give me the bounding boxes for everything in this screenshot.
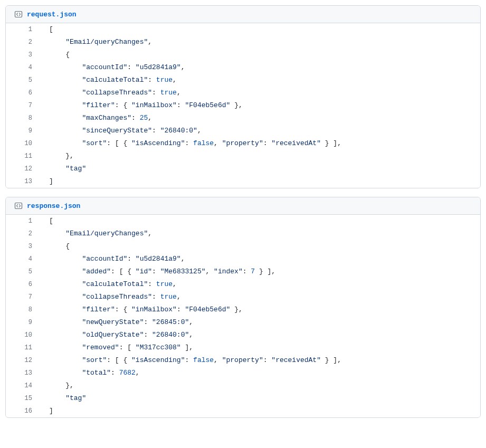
code-token: , [136,369,140,377]
code-token: , [214,139,222,147]
code-line: 12 "tag" [6,163,480,175]
code-token: } ], [255,268,275,275]
code-token: true [156,76,173,84]
code-content: "filter": { "inMailbox": "F04eb5e6d" }, [41,303,480,316]
code-token: , [148,230,152,237]
code-token: "filter" [82,101,115,109]
code-token: "26840:0" [152,331,189,339]
code-token: true [160,293,177,301]
code-token [49,344,82,351]
code-token: "maxChanges" [82,114,131,122]
code-token [49,101,82,109]
code-token: "newQueryState" [82,318,144,326]
code-content: "calculateTotal": true, [41,278,480,291]
code-block-filename[interactable]: request.json [27,11,77,18]
code-line: 13 "total": 7682, [6,367,480,379]
code-token: { [49,242,70,250]
code-token: : [177,101,185,109]
code-token: , [148,114,152,122]
code-token: , [189,318,193,326]
code-line: 4 "accountId": "u5d2841a9", [6,61,480,74]
code-token: "removed" [82,344,119,351]
code-token: { [49,51,70,59]
code-line: 5 "calculateTotal": true, [6,74,480,87]
code-line: 6 "calculateTotal": true, [6,278,480,291]
code-content: "collapseThreads": true, [41,87,480,99]
line-number: 15 [6,392,41,405]
code-token [49,230,65,237]
code-token: : { [115,306,131,313]
code-token [49,38,65,46]
code-line: 9 "newQueryState": "26845:0", [6,316,480,329]
code-content: [ [41,215,480,227]
line-number: 11 [6,341,41,354]
code-line: 2 "Email/queryChanges", [6,227,480,240]
code-token: true [160,89,177,97]
code-token: : [243,268,251,275]
code-token: "collapseThreads" [82,293,152,301]
code-token: 7 [251,268,255,275]
code-token: }, [230,101,242,109]
code-file-icon [14,202,23,210]
code-token: : [152,89,160,97]
code-content: }, [41,379,480,392]
code-content: "sort": [ { "isAscending": false, "prope… [41,137,480,150]
code-token: "u5d2841a9" [136,63,181,71]
code-token: "F04eb5e6d" [185,101,231,109]
code-token: : [127,255,136,263]
line-number: 7 [6,291,41,303]
code-file-icon [14,10,23,18]
code-content: "oldQueryState": "26840:0", [41,329,480,341]
code-token: , [173,76,177,84]
code-block-body: 1[2 "Email/queryChanges",3 {4 "accountId… [6,215,480,417]
code-content: "filter": { "inMailbox": "F04eb5e6d" }, [41,99,480,112]
code-content: "newQueryState": "26845:0", [41,316,480,329]
code-token: : [127,63,136,71]
line-number: 10 [6,137,41,150]
code-line: 5 "added": [ { "id": "Me6833125", "index… [6,265,480,278]
code-token: "Email/queryChanges" [65,230,148,237]
code-block: request.json1[2 "Email/queryChanges",3 {… [5,5,481,188]
code-line: 9 "sinceQueryState": "26840:0", [6,125,480,137]
code-token: : [185,139,193,147]
code-token: : [148,76,156,84]
line-number: 9 [6,316,41,329]
code-token [49,331,82,339]
code-token: "index" [214,268,243,275]
code-token: 7682 [119,369,136,377]
code-block-filename[interactable]: response.json [27,202,80,210]
code-token: "Email/queryChanges" [65,38,148,46]
line-number: 5 [6,265,41,278]
code-token: : [152,127,160,135]
code-token: : [144,318,152,326]
code-line: 11 "removed": [ "M317cc308" ], [6,341,480,354]
code-content: "sinceQueryState": "26840:0", [41,125,480,137]
line-number: 5 [6,74,41,87]
line-number: 7 [6,99,41,112]
code-token: "accountId" [82,63,127,71]
code-token: }, [49,152,74,160]
code-token: "sort" [82,139,107,147]
code-token: , [181,63,185,71]
code-token: "property" [222,356,263,364]
code-content: ] [41,405,480,417]
code-token: , [206,268,214,275]
code-token: , [177,293,181,301]
code-content: "accountId": "u5d2841a9", [41,61,480,74]
line-number: 8 [6,112,41,125]
code-token: "calculateTotal" [82,280,148,288]
code-token [49,369,82,377]
code-line: 10 "oldQueryState": "26840:0", [6,329,480,341]
code-token [49,318,82,326]
svg-rect-1 [15,203,22,209]
line-number: 6 [6,278,41,291]
code-token: "isAscending" [131,139,185,147]
code-token: "sinceQueryState" [82,127,152,135]
code-content: "maxChanges": 25, [41,112,480,125]
code-token: "id" [136,268,152,275]
svg-rect-0 [15,12,22,17]
code-token: , [173,280,177,288]
code-token [49,127,82,135]
code-line: 16] [6,405,480,417]
code-line: 14 }, [6,379,480,392]
